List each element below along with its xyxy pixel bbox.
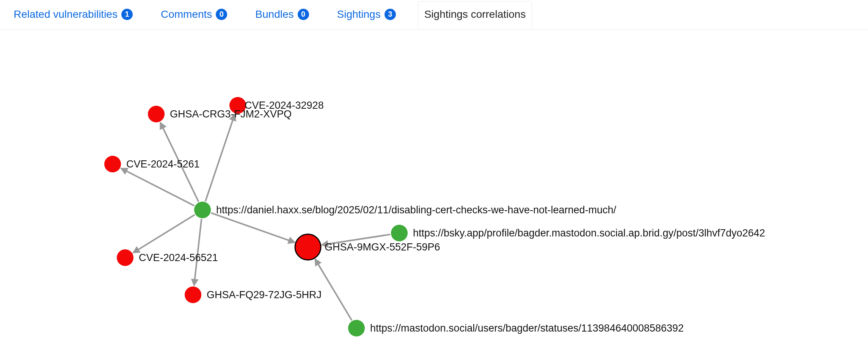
tab-label: Sightings — [337, 8, 381, 20]
node-label: https://mastodon.social/users/bagder/sta… — [370, 322, 684, 334]
node-label: https://daniel.haxx.se/blog/2025/02/11/d… — [216, 204, 616, 216]
tab-bundles[interactable]: Bundles 0 — [249, 2, 315, 28]
tab-sightings[interactable]: Sightings 3 — [331, 2, 402, 28]
node-label: CVE-2024-56521 — [139, 252, 218, 264]
node-label: https://bsky.app/profile/bagder.mastodon… — [413, 227, 765, 239]
node-label: CVE-2024-5261 — [126, 158, 200, 170]
vulnerability-node[interactable] — [148, 106, 165, 122]
source-node[interactable] — [194, 202, 211, 218]
tab-label: Sightings correlations — [424, 8, 526, 20]
count-badge: 1 — [121, 9, 133, 20]
source-node[interactable] — [348, 320, 365, 336]
node-label: GHSA-FQ29-72JG-5HRJ — [207, 289, 322, 301]
count-badge: 0 — [298, 9, 309, 20]
node-label: CVE-2024-32928 — [245, 100, 324, 111]
tab-sightings-correlations[interactable]: Sightings correlations — [418, 1, 532, 28]
graph-edge — [133, 215, 195, 253]
graph-edge — [211, 213, 295, 242]
graph-canvas[interactable] — [0, 30, 868, 338]
tab-label: Bundles — [255, 8, 294, 20]
vulnerability-node[interactable] — [185, 286, 201, 303]
tab-label: Related vulnerabilities — [14, 8, 118, 20]
vulnerability-node[interactable] — [104, 156, 121, 172]
correlation-graph[interactable]: https://daniel.haxx.se/blog/2025/02/11/d… — [0, 30, 868, 338]
graph-edge — [121, 169, 194, 206]
count-badge: 3 — [385, 9, 396, 20]
source-node[interactable] — [391, 225, 408, 241]
tab-label: Comments — [161, 8, 212, 20]
count-badge: 0 — [216, 9, 227, 20]
tabs-bar: Related vulnerabilities 1 Comments 0 Bun… — [0, 0, 868, 30]
tab-comments[interactable]: Comments 0 — [155, 2, 233, 28]
vulnerability-node[interactable] — [117, 249, 133, 266]
vulnerability-node[interactable] — [295, 234, 321, 260]
tab-related-vulnerabilities[interactable]: Related vulnerabilities 1 — [8, 2, 139, 28]
graph-edge — [206, 115, 235, 202]
node-label: GHSA-9MGX-552F-59P6 — [325, 241, 440, 253]
